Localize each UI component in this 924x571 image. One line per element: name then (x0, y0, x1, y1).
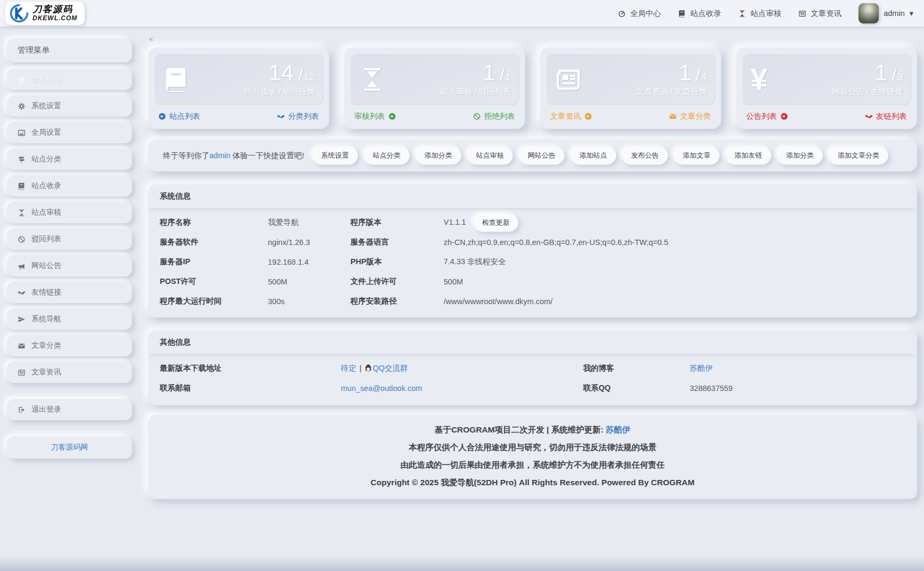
sidebar-item-site-audit[interactable]: 站点审核 (7, 202, 132, 223)
brand-domain: DKEWL.COM (32, 15, 77, 22)
brand-logo[interactable]: 刀客源码 DKEWL.COM (5, 2, 85, 25)
footer-line-3: 由此造成的一切后果由使用者承担，系统维护方不为使用者承担任何责任 (153, 460, 912, 471)
nav-item-articles[interactable]: 文章资讯 (798, 9, 841, 19)
table-row: 最新版本下载地址 待定|QQ交流群 我的博客 苏酷伊 (160, 358, 905, 378)
navbar-right: 全局中心 站点收录 站点审核 文章资讯 admin ▾ (618, 3, 913, 23)
friendlink-list-link[interactable]: 友链列表 (865, 111, 907, 121)
info-value: 500M (268, 278, 350, 286)
article-category-link[interactable]: 文章分类 (669, 111, 711, 121)
other-info-panel: 其他信息 最新版本下载地址 待定|QQ交流群 我的博客 苏酷伊 联系邮箱 mun… (148, 330, 917, 405)
quick-button-publish-announcement[interactable]: 发布公告 (622, 146, 668, 165)
nav-item-site-index[interactable]: 站点收录 (678, 9, 721, 19)
stat-card-panel: 1 / 1 站点审核 / 驳回列表 (350, 53, 519, 105)
quick-button-site-audit[interactable]: 站点审核 (467, 146, 513, 165)
article-list-link[interactable]: 文章资讯 (550, 111, 592, 121)
download-pending-link[interactable]: 待定 (341, 364, 356, 372)
quick-button-add-category-2[interactable]: 添加分类 (777, 146, 823, 165)
quick-button-system-settings[interactable]: 系统设置 (312, 146, 358, 165)
quick-button-add-article-category[interactable]: 添加文章分类 (829, 146, 888, 165)
info-value: nginx/1.26.3 (268, 238, 350, 247)
sidebar-item-label: 站点审核 (31, 208, 61, 217)
sidebar-item-site-announcement[interactable]: 网站公告 (7, 255, 132, 276)
sidebar: 管理菜单 全局中心 系统设置 全局设置 站点分类 站点收录 站点审核 驳回列表 (7, 38, 132, 499)
maintainer-link[interactable]: 苏酷伊 (606, 425, 631, 434)
announcement-list-link[interactable]: 公告列表 (746, 111, 788, 121)
avatar[interactable] (858, 3, 879, 23)
stat-value: 1 / 3 (832, 62, 903, 84)
sidebar-item-friend-links[interactable]: 友情链接 (7, 282, 132, 303)
newspaper-icon (798, 10, 806, 18)
sidebar-item-label: 站点分类 (31, 154, 61, 164)
bullhorn-icon (18, 262, 26, 270)
quick-button-add-category[interactable]: 添加分类 (415, 146, 461, 165)
info-value: 300s (268, 297, 350, 306)
sidebar-item-site-index[interactable]: 站点收录 (7, 175, 132, 197)
info-label: 联系QQ (583, 383, 690, 393)
quick-button-site-announcement[interactable]: 网站公告 (519, 146, 565, 165)
dashboard-icon (618, 10, 626, 18)
sidebar-item-label: 系统设置 (31, 101, 61, 111)
sidebar-item-logout[interactable]: 退出登录 (7, 399, 132, 420)
envelope-icon (669, 112, 677, 120)
sidebar-header: 管理菜单 (7, 38, 132, 62)
audit-list-link[interactable]: 审核列表 (354, 111, 396, 121)
sidebar-collapse-toggle[interactable]: < (149, 35, 157, 43)
brand-text: 刀客源码 DKEWL.COM (32, 5, 77, 22)
sidebar-item-articles[interactable]: 文章资讯 (7, 362, 132, 383)
sidebar-item-global-settings[interactable]: 全局设置 (7, 122, 132, 143)
blog-link[interactable]: 苏酷伊 (690, 364, 713, 372)
contact-email-link[interactable]: mun_sea@outlook.com (341, 384, 422, 393)
quick-button-add-article[interactable]: 添加文章 (674, 146, 719, 165)
handshake-icon (277, 112, 285, 120)
stat-card-announcements: ¥ 1 / 3 网站公告 / 友情链接 公告列表 (736, 47, 917, 129)
check-update-button[interactable]: 检查更新 (473, 214, 518, 232)
info-label: 我的博客 (583, 363, 690, 373)
sidebar-item-article-category[interactable]: 文章分类 (7, 335, 132, 356)
envelope-icon (18, 342, 26, 350)
info-label: 程序最大运行时间 (160, 296, 268, 306)
contact-qq-value: 3288637559 (690, 384, 905, 393)
sign-out-icon (18, 406, 26, 414)
quick-button-add-site[interactable]: 添加站点 (570, 146, 616, 165)
nav-item-global-center[interactable]: 全局中心 (618, 9, 661, 19)
sidebar-item-global-center[interactable]: 全局中心 (7, 69, 132, 90)
hourglass-icon (358, 66, 386, 93)
reject-list-link[interactable]: 拒绝列表 (473, 111, 515, 121)
quick-button-add-friendlink[interactable]: 添加友链 (725, 146, 771, 165)
stat-cards-row: 14 / 12 站点收录 / 站点分类 站点列表 分类列表 (148, 47, 917, 129)
sidebar-item-rejected-list[interactable]: 驳回列表 (7, 229, 132, 250)
greeting-username[interactable]: admin (209, 151, 231, 160)
sidebar-item-site-category[interactable]: 站点分类 (7, 149, 132, 170)
category-list-link[interactable]: 分类列表 (277, 111, 319, 121)
newspaper-icon (18, 369, 26, 377)
info-value: 500M (444, 278, 905, 286)
table-row: 程序最大运行时间 300s 程序安装路径 /www/wwwroot/www.dk… (160, 291, 905, 311)
site-list-link[interactable]: 站点列表 (158, 111, 200, 121)
nav-item-site-audit[interactable]: 站点审核 (738, 9, 781, 19)
newspaper-icon (554, 66, 582, 93)
sidebar-item-label: 全局设置 (31, 128, 61, 137)
stat-label: 站点审核 / 驳回列表 (440, 87, 511, 97)
qq-group-link[interactable]: QQ交流群 (373, 364, 408, 372)
footer-copyright: Copyright © 2025 我爱导航(52DH Pro) All Righ… (153, 477, 912, 488)
arrow-circle-right-icon (584, 112, 592, 120)
info-label: 服务器IP (160, 257, 268, 267)
info-label: 程序安装路径 (350, 296, 444, 306)
stat-label: 网站公告 / 友情链接 (832, 87, 903, 97)
footer-line-2: 本程序仅供个人合法用途使用与研究，切勿用于违反法律法规的场景 (153, 442, 912, 453)
sidebar-footer-link[interactable]: 刀客源码网 (7, 436, 132, 459)
info-value: 192.168.1.4 (268, 258, 350, 266)
quick-button-site-category[interactable]: 站点分类 (364, 146, 410, 165)
qq-penguin-icon (365, 364, 372, 372)
book-icon (678, 10, 686, 18)
sidebar-item-system-settings[interactable]: 系统设置 (7, 95, 132, 117)
sidebar-item-label: 退出登录 (31, 405, 61, 414)
sidebar-item-label: 文章资讯 (31, 368, 61, 377)
info-label: 服务器软件 (160, 237, 268, 247)
stat-label: 文章资讯 / 文章分类 (636, 87, 707, 97)
info-value: zh-CN,zh;q=0.9,en;q=0.8,en-GB;q=0.7,en-U… (444, 238, 905, 247)
caret-down-icon: ▾ (910, 9, 913, 18)
user-menu[interactable]: admin ▾ (858, 3, 913, 23)
sidebar-item-system-nav[interactable]: 系统导航 (7, 308, 132, 330)
info-label: 程序名称 (160, 217, 268, 227)
